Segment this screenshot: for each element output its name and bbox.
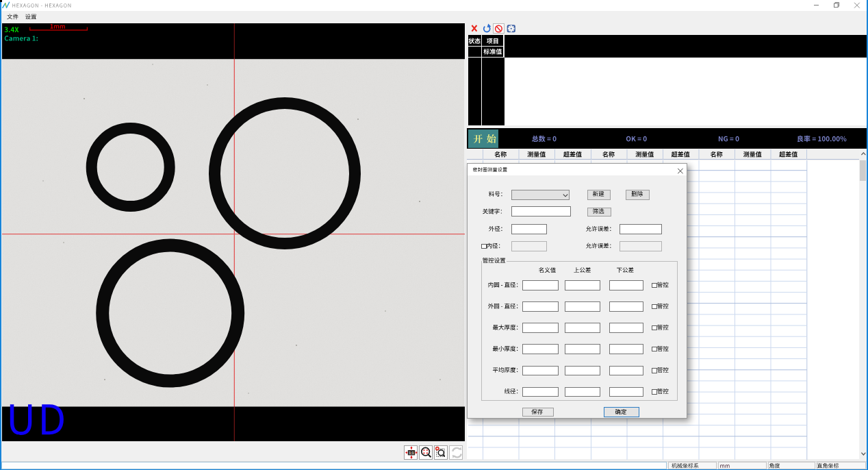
svg-text:1:1: 1:1 <box>409 450 414 454</box>
